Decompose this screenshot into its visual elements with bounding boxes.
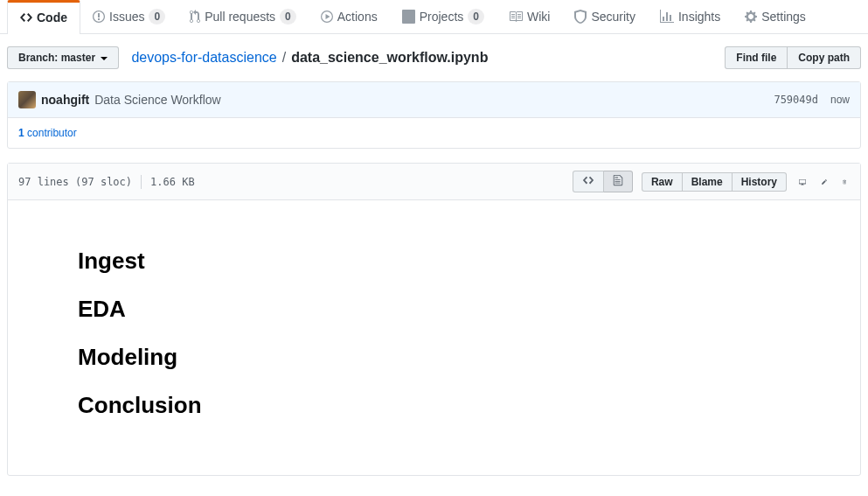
breadcrumb: devops-for-datascience / data_science_wo… xyxy=(131,50,488,66)
file-actions: Find file Copy path xyxy=(725,46,861,69)
breadcrumb-file: data_science_workflow.ipynb xyxy=(291,50,488,66)
branch-button[interactable]: Branch: master xyxy=(7,46,119,69)
tab-actions[interactable]: Actions xyxy=(309,0,390,33)
breadcrumb-repo[interactable]: devops-for-datascience xyxy=(131,50,276,66)
tab-settings[interactable]: Settings xyxy=(733,0,818,33)
repo-nav: Code Issues 0 Pull requests 0 Actions Pr… xyxy=(0,0,868,34)
trash-icon[interactable] xyxy=(839,175,850,189)
heading-eda: EDA xyxy=(78,296,790,323)
file-header: Branch: master devops-for-datascience / … xyxy=(0,34,868,81)
heading-conclusion: Conclusion xyxy=(78,392,790,419)
issues-count: 0 xyxy=(149,9,165,24)
tab-security[interactable]: Security xyxy=(562,0,648,33)
graph-icon xyxy=(660,10,674,24)
issue-icon xyxy=(93,10,105,24)
tab-issues[interactable]: Issues 0 xyxy=(80,0,177,33)
contributors-link[interactable]: 1 contributor xyxy=(18,127,77,139)
tab-wiki-label: Wiki xyxy=(527,10,550,24)
source-view-button[interactable] xyxy=(573,171,604,192)
commit-message[interactable]: Data Science Workflow xyxy=(94,93,220,107)
tab-issues-label: Issues xyxy=(109,10,144,24)
tab-settings-label: Settings xyxy=(761,10,806,24)
commit-author[interactable]: noahgift xyxy=(41,93,89,107)
commit-box: noahgift Data Science Workflow 759049d n… xyxy=(7,81,861,149)
file-toolbar: 97 lines (97 sloc) 1.66 KB Raw Blame His… xyxy=(8,164,860,200)
file-lines: 97 lines (97 sloc) xyxy=(18,176,132,188)
tab-projects-label: Projects xyxy=(420,10,464,24)
tab-pulls-label: Pull requests xyxy=(205,10,275,24)
chevron-down-icon xyxy=(101,57,108,60)
file-content: Ingest EDA Modeling Conclusion xyxy=(8,200,860,475)
project-icon xyxy=(402,10,415,24)
blame-button[interactable]: Blame xyxy=(683,172,733,192)
branch-name: master xyxy=(61,52,95,64)
tab-code-label: Code xyxy=(37,10,67,24)
tab-pulls[interactable]: Pull requests 0 xyxy=(177,0,309,33)
view-mode-group xyxy=(573,171,633,192)
tab-security-label: Security xyxy=(591,10,635,24)
tab-code[interactable]: Code xyxy=(7,0,80,34)
tab-wiki[interactable]: Wiki xyxy=(496,0,562,33)
divider xyxy=(141,175,142,189)
pencil-icon[interactable] xyxy=(818,175,830,189)
code-icon xyxy=(20,10,32,24)
code-icon xyxy=(582,174,594,186)
heading-modeling: Modeling xyxy=(78,344,790,371)
tab-insights-label: Insights xyxy=(678,10,720,24)
gear-icon xyxy=(745,10,757,24)
file-box: 97 lines (97 sloc) 1.66 KB Raw Blame His… xyxy=(7,163,861,476)
rendered-view-button[interactable] xyxy=(604,171,633,192)
avatar[interactable] xyxy=(18,91,36,108)
tab-insights[interactable]: Insights xyxy=(648,0,733,33)
file-size: 1.66 KB xyxy=(150,176,195,188)
heading-ingest: Ingest xyxy=(78,248,790,275)
commit-row: noahgift Data Science Workflow 759049d n… xyxy=(8,82,860,118)
book-icon xyxy=(509,10,523,24)
find-file-button[interactable]: Find file xyxy=(725,46,788,69)
pull-request-icon xyxy=(190,10,200,24)
tab-actions-label: Actions xyxy=(337,10,378,24)
projects-count: 0 xyxy=(468,9,484,24)
desktop-icon[interactable] xyxy=(795,175,809,189)
file-icon xyxy=(613,174,623,186)
breadcrumb-sep: / xyxy=(282,50,286,66)
commit-sha[interactable]: 759049d xyxy=(774,94,818,106)
raw-button[interactable]: Raw xyxy=(642,172,683,192)
branch-label: Branch: xyxy=(18,52,58,64)
play-icon xyxy=(321,10,333,24)
pulls-count: 0 xyxy=(280,9,296,24)
contributors: 1 contributor xyxy=(8,118,860,148)
shield-icon xyxy=(574,10,587,24)
blob-actions: Raw Blame History xyxy=(642,172,787,192)
file-info: 97 lines (97 sloc) 1.66 KB xyxy=(18,175,195,189)
commit-time: now xyxy=(830,94,850,106)
history-button[interactable]: History xyxy=(733,172,787,192)
tab-projects[interactable]: Projects 0 xyxy=(390,0,496,33)
copy-path-button[interactable]: Copy path xyxy=(788,46,861,69)
